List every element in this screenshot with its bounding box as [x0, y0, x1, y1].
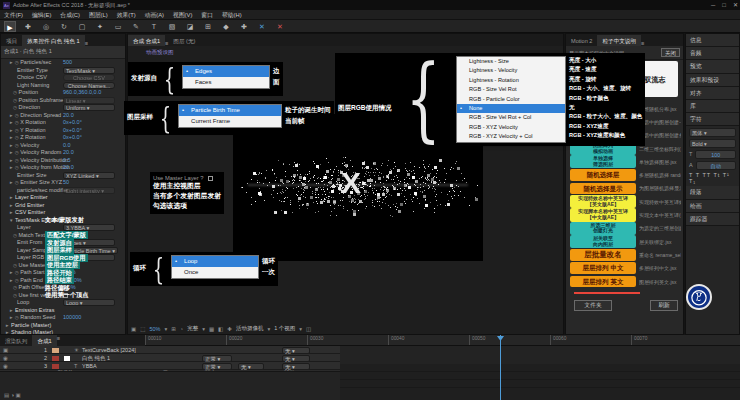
effect-property-row[interactable]: ► ◷ Z Rotation 0x+0.0° [1, 134, 125, 142]
effect-property-row[interactable]: ► ◷ Velocity Distribution 0.5 [1, 157, 125, 165]
twirl-stopwatch-icon[interactable]: ◷ [13, 233, 17, 238]
twirl-stopwatch-icon[interactable]: ► [9, 203, 13, 208]
tab-layer[interactable]: 图层 (无) [168, 35, 200, 46]
property-value[interactable]: 0.0 [63, 142, 71, 149]
property-value[interactable]: 20.0 [63, 149, 74, 156]
property-value[interactable]: Uniform ▾ [63, 104, 115, 111]
script-button[interactable]: 层批量改名 [570, 249, 636, 261]
property-value[interactable]: Loop ▾ [63, 299, 115, 306]
timeline-track-lane[interactable] [340, 364, 740, 400]
property-value[interactable]: Linear ▾ [63, 97, 115, 104]
toolbar-tool-icon[interactable]: ▭ [112, 21, 124, 32]
property-value[interactable]: 20.0 [63, 112, 74, 119]
character-panel-header[interactable]: 字符 [686, 113, 739, 126]
dropdown-option[interactable]: RGB - Size Vel Rot [457, 85, 565, 94]
property-value[interactable]: Text/Mask ▾ [63, 67, 115, 74]
twirl-stopwatch-icon[interactable]: ► ◷ [9, 315, 19, 320]
script-button[interactable]: 随机选择层 [570, 169, 636, 181]
viewer-toolbar-item[interactable]: ◫ [306, 326, 311, 332]
twirl-stopwatch-icon[interactable]: ► [9, 308, 13, 313]
menu-item[interactable]: 编辑(E) [32, 10, 51, 19]
layer-av-icon[interactable]: ◉ [3, 354, 8, 362]
script-button[interactable]: 实现脚本名称中英互译 【中文版AE】 [570, 208, 636, 221]
dock-panel-header[interactable]: 绘画 [686, 200, 739, 213]
property-value[interactable]: Choose CSV [63, 74, 115, 81]
dropdown-option[interactable]: Lightness - Size [457, 57, 565, 66]
viewer-toolbar-item[interactable]: 活动摄像机 [236, 325, 264, 332]
effect-property-row[interactable]: ◷ Position Subframe Linear ▾ [1, 97, 125, 105]
toolbar-tool-icon[interactable]: ▢ [76, 21, 88, 32]
folder-button[interactable]: 文件夹 [574, 300, 612, 311]
viewer-toolbar-item[interactable]: ⊞ [171, 326, 176, 332]
effect-property-row[interactable]: ► Particle (Master) [1, 322, 125, 330]
property-value[interactable]: 0x+0.0° [63, 134, 82, 141]
twirl-stopwatch-icon[interactable]: ► [9, 195, 13, 200]
toolbar-tool-icon[interactable]: ✚ [238, 21, 250, 32]
dropdown-option[interactable]: RGB - XYZ Velocity [457, 123, 565, 132]
dock-panel-header[interactable]: 段落 [686, 186, 739, 199]
panel-menu-icon[interactable]: ≡ [57, 335, 60, 346]
menu-item[interactable]: 图层(L) [89, 10, 108, 19]
twirl-stopwatch-icon[interactable]: ► [9, 210, 13, 215]
toolbar-tool-icon[interactable]: ✕ [274, 21, 286, 32]
dropdown-option[interactable]: RGB - Particle Color [457, 95, 565, 104]
toolbar-tool-icon[interactable]: ▶ [4, 21, 16, 32]
layer-mode-select[interactable]: 正常 ▾ [202, 355, 232, 362]
dropdown-option[interactable]: •Edges [183, 66, 269, 77]
dock-panel-header[interactable]: 信息 [686, 34, 739, 47]
effect-property-row[interactable]: ◷ Use first vertex 使用第一个顶点 [1, 292, 125, 300]
effect-property-row[interactable]: Emitter Type Text/Mask ▾ [1, 67, 125, 75]
effect-property-row[interactable]: ► ◷ Velocity Random 20.0 [1, 149, 125, 157]
twirl-stopwatch-icon[interactable]: ► ◷ [9, 278, 19, 283]
window-control-button[interactable]: ─ [711, 0, 715, 10]
layer-av-icon[interactable]: ▣ [3, 346, 8, 354]
layer-name[interactable]: 白色 纯色 1 [82, 354, 110, 362]
refresh-button[interactable]: 刷新 [650, 300, 678, 311]
menu-item[interactable]: 动画(A) [145, 10, 164, 19]
close-button[interactable]: 关闭 [661, 48, 680, 57]
layer-parent-select[interactable]: 无 ▾ [282, 363, 310, 370]
effect-property-row[interactable]: Emitter Size XYZ Linked ▾ [1, 172, 125, 180]
type-style-toggles[interactable]: T T TT Tt T¹ T₁ [689, 172, 736, 184]
effect-property-row[interactable]: ► ◷ Random Seed 100000 [1, 314, 125, 322]
dropdown-option[interactable]: •Particle Birth Time [179, 105, 281, 116]
panel-menu-icon[interactable]: ≡ [641, 40, 644, 46]
twirl-stopwatch-icon[interactable]: ► ◷ [9, 135, 19, 140]
effect-property-row[interactable]: ► ◷ X Rotation 0x+0.0° [1, 119, 125, 127]
effect-property-row[interactable]: Light Naming Choose Names... [1, 82, 125, 90]
tab-composition[interactable]: 合成 合成1 [128, 35, 165, 46]
toolbar-tool-icon[interactable]: ✚ [22, 21, 34, 32]
dropdown-option[interactable]: •None [457, 104, 565, 113]
dropdown-option[interactable]: Faces [183, 77, 269, 88]
layer-color-swatch[interactable] [52, 364, 59, 369]
twirl-stopwatch-icon[interactable]: ◷ [13, 263, 17, 268]
effect-property-row[interactable]: ► Grid Emitter [1, 202, 125, 210]
twirl-stopwatch-icon[interactable]: ► ◷ [9, 158, 19, 163]
script-button[interactable]: 实现特效名称中英互译 【英文版AE】 [570, 195, 636, 208]
effect-property-row[interactable]: ► Emission Extras [1, 307, 125, 315]
dropdown-option[interactable]: •Loop [172, 256, 258, 267]
script-button[interactable]: 层关联至 向内图层 [570, 235, 636, 248]
effect-property-row[interactable]: Loop Loop ▾ [1, 299, 125, 307]
toolbar-tool-icon[interactable]: ▧ [166, 21, 178, 32]
toolbar-tool-icon[interactable]: ✎ [130, 21, 142, 32]
property-value[interactable]: 960.0,360.0,0.0 [63, 89, 101, 96]
twirl-stopwatch-icon[interactable]: ► ◷ [9, 143, 19, 148]
panel-menu-icon[interactable]: ≡ [85, 40, 88, 46]
dropdown-option[interactable]: Current Frame [179, 116, 281, 127]
script-button[interactable]: 单独选择 筛选图层 [570, 155, 636, 168]
twirl-stopwatch-icon[interactable]: ► ◷ [9, 165, 19, 170]
viewer-toolbar-item[interactable]: ▾ [267, 326, 270, 332]
property-value[interactable]: 100000 [63, 314, 81, 321]
layer-name[interactable]: TextCurveBack [2024] [82, 346, 136, 354]
twirl-stopwatch-icon[interactable]: ◷ [13, 285, 17, 290]
dropdown-option[interactable]: Lightness - Velocity [457, 66, 565, 75]
menu-item[interactable]: 帮助(H) [222, 10, 242, 19]
window-control-button[interactable]: □ [722, 0, 726, 10]
toolbar-tool-icon[interactable]: ◆ [220, 21, 232, 32]
toolbar-tool-icon[interactable]: ✦ [94, 21, 106, 32]
twirl-stopwatch-icon[interactable]: ◷ [13, 98, 17, 103]
viewer-toolbar-item[interactable]: ◔ [180, 326, 183, 332]
twirl-stopwatch-icon[interactable]: ► ◷ [9, 113, 19, 118]
property-value[interactable]: 50 [63, 179, 69, 186]
